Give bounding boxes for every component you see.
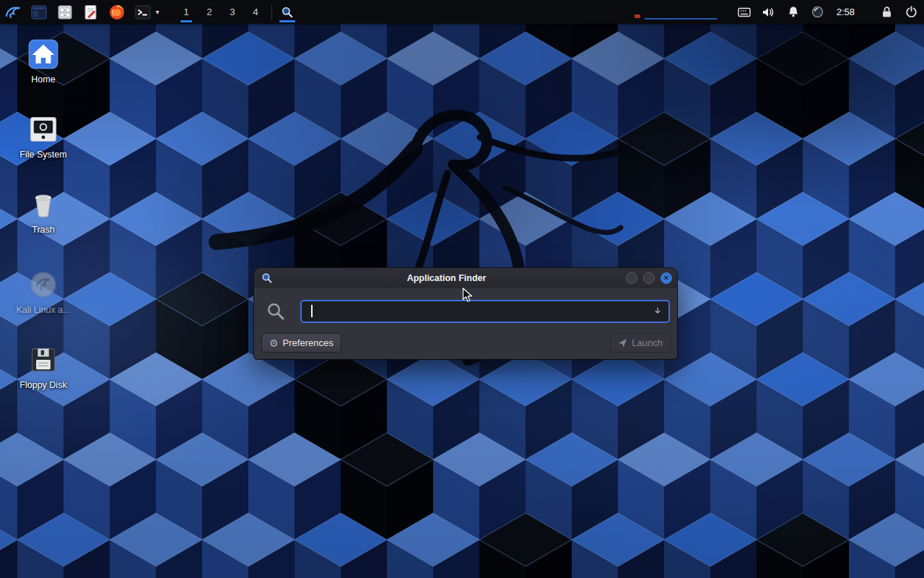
desktop-icon-floppy-disk[interactable]: Floppy Disk (9, 344, 78, 390)
status-tray-button[interactable] (811, 4, 825, 20)
text-caret (311, 305, 313, 317)
maximize-button[interactable] (643, 272, 655, 284)
volume-icon (762, 7, 775, 18)
kali-docs-icon (27, 269, 59, 301)
titlebar[interactable]: Application Finder ✕ (254, 268, 677, 288)
text-editor-icon (82, 4, 100, 21)
desktop-icon-kali-docs[interactable]: Kali Linux a... (9, 269, 78, 315)
keyboard-tray-button[interactable] (737, 4, 751, 20)
file-manager-launcher[interactable] (56, 3, 74, 22)
workspace-label: 4 (253, 7, 258, 17)
workspace-button-1[interactable]: 1 (175, 0, 198, 24)
lock-icon (881, 6, 892, 18)
preferences-button[interactable]: ⚙ Preferences (261, 333, 341, 353)
window-search-icon (261, 272, 273, 284)
applications-menu-button[interactable] (4, 3, 22, 22)
system-monitor-graph[interactable] (645, 5, 717, 20)
workspace-button-2[interactable]: 2 (198, 0, 221, 24)
desktop-icon-label: Trash (9, 225, 78, 235)
desktop-icon-label: Floppy Disk (9, 380, 78, 390)
desktop-icon-label: File System (9, 150, 78, 160)
text-editor-launcher[interactable] (82, 3, 100, 22)
window-title: Application Finder (273, 273, 620, 283)
search-input-wrapper (300, 300, 670, 323)
firefox-launcher[interactable] (108, 3, 126, 22)
workspace-label: 1 (183, 7, 189, 17)
filesystem-drive-icon (27, 113, 59, 145)
desktop-screen: ▾ 1 2 3 4 (0, 0, 924, 578)
desktop-icon-file-system[interactable]: File System (9, 113, 78, 160)
workspace-label: 2 (206, 7, 212, 17)
home-folder-icon (27, 38, 59, 70)
terminal-icon (134, 4, 152, 21)
status-circle-icon (811, 6, 824, 18)
window-manager-launcher[interactable] (30, 3, 48, 22)
trash-icon (27, 189, 59, 220)
workspace-button-4[interactable]: 4 (244, 0, 267, 24)
close-button[interactable]: ✕ (661, 272, 672, 284)
minimize-button[interactable] (626, 272, 637, 284)
launch-label: Launch (632, 337, 663, 348)
notifications-bell-icon (788, 6, 799, 18)
clock[interactable]: 2:58 (832, 6, 859, 18)
search-icon (266, 301, 286, 322)
launch-icon (618, 338, 627, 348)
desktop-icon-label: Kali Linux a... (9, 305, 78, 315)
floppy-disk-icon (27, 344, 59, 376)
kali-dragon-logo-icon (4, 4, 22, 21)
firefox-icon (108, 4, 126, 21)
button-row: ⚙ Preferences Launch (261, 333, 671, 353)
file-manager-icon (56, 4, 74, 21)
desktop-icon-trash[interactable]: Trash (9, 189, 78, 235)
panel-tray-area: 2:58 (645, 4, 918, 20)
desktop-icon-label: Home (9, 74, 78, 85)
power-icon (905, 6, 918, 18)
volume-tray-button[interactable] (762, 4, 776, 20)
terminal-dropdown-chevron-icon[interactable]: ▾ (153, 8, 162, 16)
terminal-launcher[interactable] (134, 3, 152, 22)
window-icon (30, 4, 48, 21)
lock-tray-button[interactable] (879, 4, 894, 20)
arrow-down-icon (654, 306, 661, 316)
application-finder-icon (281, 4, 294, 20)
notifications-tray-button[interactable] (786, 4, 801, 20)
graph-red-tick (635, 14, 640, 18)
top-panel: ▾ 1 2 3 4 (0, 0, 924, 24)
dropdown-arrow-button[interactable] (650, 303, 666, 319)
power-tray-button[interactable] (904, 4, 918, 20)
workspace-button-3[interactable]: 3 (221, 0, 244, 24)
search-input[interactable] (310, 303, 647, 320)
preferences-label: Preferences (283, 337, 334, 348)
search-row (254, 300, 677, 323)
launch-button[interactable]: Launch (610, 333, 671, 353)
keyboard-icon (738, 7, 751, 17)
gear-icon: ⚙ (269, 338, 279, 348)
desktop-icon-home[interactable]: Home (9, 38, 78, 85)
application-finder-window: Application Finder ✕ (254, 268, 677, 359)
panel-separator (271, 5, 272, 20)
window-body: ⚙ Preferences Launch (254, 288, 677, 359)
workspace-label: 3 (230, 7, 235, 17)
workspace-switcher: 1 2 3 4 (175, 0, 267, 24)
taskbar-application-finder[interactable] (276, 0, 298, 24)
